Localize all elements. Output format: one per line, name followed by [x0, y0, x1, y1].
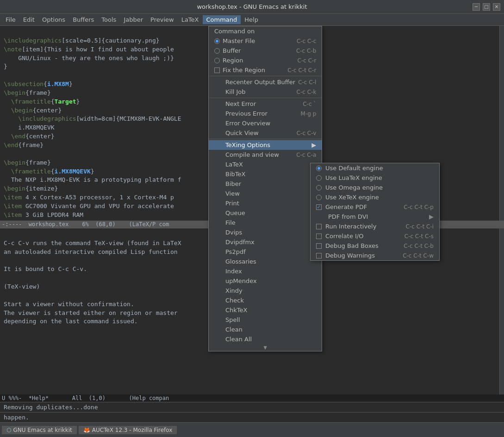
command-clean-all[interactable]: Clean All	[209, 334, 322, 344]
command-compile-view[interactable]: Compile and view C-c C-a	[209, 150, 322, 160]
run-interactively-shortcut: C-c C-t C-i	[406, 223, 434, 230]
menu-buffers[interactable]: Buffers	[69, 15, 98, 24]
firefox-icon: 🦊	[83, 427, 90, 433]
command-fix-region[interactable]: Fix the Region C-c C-t C-r	[209, 65, 322, 75]
command-dvipdfmx[interactable]: Dvipdfmx	[209, 237, 322, 247]
texing-use-xetex[interactable]: Use XeTeX engine	[311, 192, 439, 202]
use-default-label: Use Default engine	[325, 165, 383, 172]
use-omega-label: Use Omega engine	[325, 184, 383, 191]
menu-edit[interactable]: Edit	[19, 15, 38, 24]
main-window: workshop.tex - GNU Emacs at krikkit ─ □ …	[0, 0, 504, 437]
minibuffer-text: Removing duplicates...done	[4, 404, 98, 411]
xindy-label: Xindy	[225, 287, 243, 294]
separator2	[209, 98, 322, 98]
command-kill-job[interactable]: Kill Job C-c C-k	[209, 87, 322, 97]
taskbar-emacs[interactable]: ⬡ GNU Emacs at krikkit	[2, 426, 77, 434]
master-file-shortcut: C-c C-c	[297, 38, 316, 44]
command-buffer[interactable]: Buffer C-c C-b	[209, 46, 322, 55]
file-label: File	[225, 219, 236, 226]
scrollbar-lower[interactable]	[499, 228, 504, 394]
menu-tools[interactable]: Tools	[98, 15, 120, 24]
radio-master-file	[214, 38, 220, 44]
fix-region-shortcut: C-c C-t C-r	[287, 67, 316, 74]
command-next-error[interactable]: Next Error C-c `	[209, 99, 322, 109]
texing-use-omega[interactable]: Use Omega engine	[311, 183, 439, 192]
emacs-label: GNU Emacs at krikkit	[13, 427, 72, 433]
texing-debug-bad-boxes[interactable]: Debug Bad Boxes C-c C-t C-b	[311, 241, 439, 251]
queue-label: Queue	[225, 209, 245, 216]
menu-preview[interactable]: Preview	[147, 15, 178, 24]
texing-options-label: TeXing Options	[225, 142, 270, 148]
command-section-label: Command on	[214, 28, 255, 35]
next-error-shortcut: C-c `	[303, 101, 316, 107]
command-print[interactable]: Print ▶	[209, 198, 322, 208]
use-xetex-label: Use XeTeX engine	[325, 194, 379, 201]
compile-view-shortcut: C-c C-a	[296, 152, 316, 158]
checkbox-generate-pdf: ✓	[316, 204, 322, 210]
command-texing-options[interactable]: TeXing Options ▶	[209, 140, 322, 150]
menu-file[interactable]: File	[2, 15, 19, 24]
texing-use-default[interactable]: Use Default engine	[311, 163, 439, 173]
minimize-button[interactable]: ─	[473, 3, 480, 11]
maximize-button[interactable]: □	[483, 3, 490, 11]
texing-debug-warnings[interactable]: Debug Warnings C-c C-t C-w	[311, 251, 439, 260]
texing-generate-pdf[interactable]: ✓ Generate PDF C-c C-t C-p	[311, 202, 439, 212]
close-button[interactable]: ✕	[493, 3, 500, 11]
minibuffer-text2: happen.	[4, 414, 29, 421]
print-label: Print	[225, 200, 239, 207]
menu-options[interactable]: Options	[38, 15, 69, 24]
command-biber[interactable]: Biber	[209, 179, 322, 189]
command-region[interactable]: Region C-c C-r	[209, 55, 322, 65]
command-dvips[interactable]: Dvips	[209, 228, 322, 237]
command-upmendex[interactable]: upMendex	[209, 276, 322, 286]
menu-command[interactable]: Command	[203, 15, 241, 24]
scrollbar-upper[interactable]	[499, 26, 504, 221]
command-clean[interactable]: Clean	[209, 325, 322, 334]
command-on-label: Command on	[209, 26, 322, 36]
command-queue[interactable]: Queue ▶	[209, 208, 322, 218]
command-bibtex[interactable]: BibTeX	[209, 169, 322, 179]
radio-buffer	[214, 48, 220, 54]
command-chktex[interactable]: ChkTeX	[209, 305, 322, 315]
taskbar-firefox[interactable]: 🦊 AUCTeX 12.3 - Mozilla Firefox	[79, 426, 177, 434]
debug-bad-boxes-label: Debug Bad Boxes	[325, 242, 379, 249]
command-quick-view[interactable]: Quick View C-c C-v	[209, 128, 322, 138]
command-spell[interactable]: Spell	[209, 315, 322, 325]
command-dropdown-menu: Command on Master File C-c C-c Buffer C-…	[208, 26, 322, 351]
dvipdfmx-label: Dvipdfmx	[225, 239, 255, 246]
menu-latex[interactable]: LaTeX	[178, 15, 203, 24]
texing-correlate-io[interactable]: Correlate I/O C-c C-t C-s	[311, 231, 439, 241]
window-controls: ─ □ ✕	[473, 3, 500, 11]
texing-run-interactively[interactable]: Run Interactively C-c C-t C-i	[311, 222, 439, 231]
compile-view-label: Compile and view	[225, 151, 279, 158]
command-glossaries[interactable]: Glossaries	[209, 257, 322, 266]
command-xindy[interactable]: Xindy	[209, 286, 322, 295]
texing-use-luatex[interactable]: Use LuaTeX engine	[311, 173, 439, 183]
glossaries-label: Glossaries	[225, 258, 256, 265]
command-check[interactable]: Check	[209, 295, 322, 305]
scroll-down-icon[interactable]: ▼	[209, 344, 322, 351]
debug-warnings-label: Debug Warnings	[325, 252, 375, 259]
command-error-overview[interactable]: Error Overview	[209, 118, 322, 128]
texing-pdf-from-dvi[interactable]: PDF from DVI ▶	[311, 212, 439, 222]
dropdown-container: Command on Master File C-c C-c Buffer C-…	[208, 26, 322, 351]
bibtex-label: BibTeX	[225, 171, 245, 178]
clean-all-label: Clean All	[225, 336, 252, 343]
index-label: Index	[225, 268, 242, 275]
command-ps2pdf[interactable]: Ps2pdf	[209, 247, 322, 257]
chktex-label: ChkTeX	[225, 307, 247, 314]
command-index[interactable]: Index	[209, 266, 322, 276]
command-latex[interactable]: LaTeX	[209, 160, 322, 169]
kill-job-shortcut: C-c C-k	[297, 89, 317, 95]
master-file-label: Master File	[223, 37, 255, 44]
menu-help[interactable]: Help	[241, 15, 262, 24]
command-prev-error[interactable]: Previous Error M-g p	[209, 109, 322, 118]
correlate-io-shortcut: C-c C-t C-s	[404, 233, 434, 240]
command-master-file[interactable]: Master File C-c C-c	[209, 36, 322, 46]
menu-jabber[interactable]: Jabber	[120, 15, 147, 24]
checkbox-fix-region	[214, 68, 220, 73]
command-view[interactable]: View	[209, 189, 322, 198]
use-luatex-label: Use LuaTeX engine	[325, 174, 382, 181]
command-file[interactable]: File	[209, 218, 322, 228]
command-recenter[interactable]: Recenter Output Buffer C-c C-l	[209, 77, 322, 87]
